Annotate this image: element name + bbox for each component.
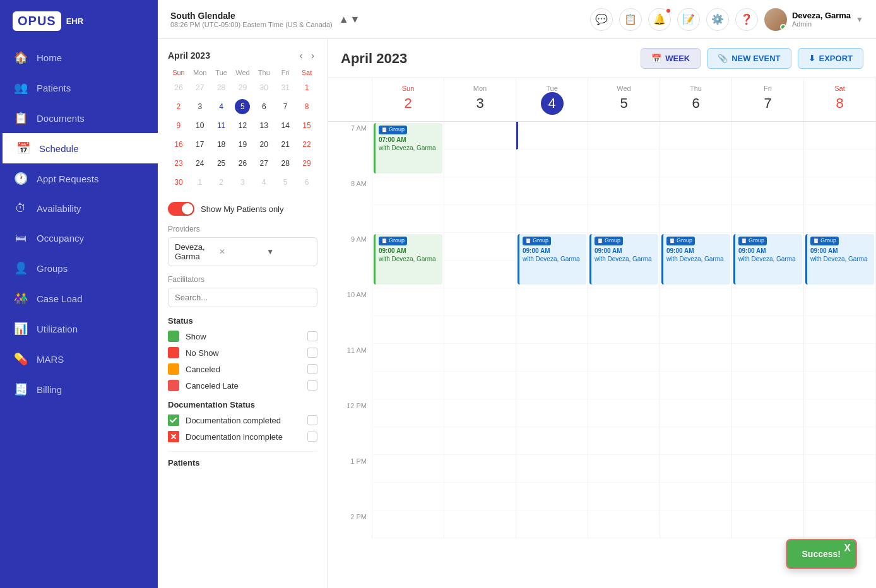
cal-cell[interactable] [444, 344, 516, 372]
mini-cal-day[interactable]: 25 [211, 154, 232, 173]
cal-cell[interactable] [516, 288, 588, 316]
sidebar-item-schedule[interactable]: 📅 Schedule [0, 133, 158, 163]
sidebar-item-case-load[interactable]: 👫 Case Load [0, 283, 158, 314]
mini-cal-prev[interactable]: ‹ [297, 49, 306, 62]
mini-cal-day[interactable]: 12 [232, 116, 254, 135]
doc-incomplete-checkbox[interactable] [307, 432, 317, 442]
cal-cell[interactable] [516, 177, 588, 205]
cal-cell[interactable] [804, 344, 876, 372]
cal-cell[interactable] [732, 427, 804, 455]
cal-cell[interactable] [372, 483, 444, 510]
mini-cal-day[interactable]: 26 [232, 154, 254, 173]
cal-cell[interactable] [444, 288, 516, 316]
cal-cell[interactable] [588, 316, 660, 344]
status-show-checkbox[interactable] [307, 331, 317, 341]
cal-cell[interactable] [804, 122, 876, 150]
mini-cal-day[interactable]: 2 [211, 173, 232, 192]
mini-cal-day[interactable]: 15 [296, 116, 317, 135]
cal-cell[interactable] [372, 372, 444, 399]
cal-cell[interactable] [516, 399, 588, 427]
cal-cell[interactable] [588, 205, 660, 233]
location-arrows[interactable]: ▲ ▼ [339, 14, 360, 25]
mini-cal-day[interactable]: 4 [211, 97, 232, 116]
cal-cell[interactable] [804, 261, 876, 288]
mini-cal-day[interactable]: 29 [232, 78, 254, 97]
settings-button[interactable]: ⚙️ [706, 8, 729, 31]
cal-cell[interactable] [588, 510, 660, 538]
cal-cell[interactable] [444, 261, 516, 288]
cal-cell[interactable] [372, 177, 444, 205]
user-menu[interactable]: Deveza, Garma Admin ▼ [764, 8, 863, 31]
chat-button[interactable]: 💬 [590, 8, 613, 31]
cal-cell[interactable] [732, 205, 804, 233]
sidebar-item-occupancy[interactable]: 🛏 Occupancy [0, 223, 158, 253]
cal-cell[interactable] [660, 177, 732, 205]
cal-cell[interactable] [732, 372, 804, 399]
cal-cell[interactable] [516, 261, 588, 288]
cal-cell[interactable] [660, 288, 732, 316]
cal-cell[interactable] [660, 510, 732, 538]
cal-cell[interactable] [372, 150, 444, 177]
cal-cell[interactable] [372, 288, 444, 316]
cal-cell[interactable] [732, 122, 804, 150]
mini-cal-day[interactable]: 3 [189, 97, 211, 116]
cal-cell[interactable] [732, 483, 804, 510]
cal-cell[interactable] [444, 316, 516, 344]
cal-cell[interactable] [516, 372, 588, 399]
cal-cell[interactable] [444, 372, 516, 399]
mini-cal-day[interactable]: 13 [253, 116, 275, 135]
facilitators-search-input[interactable] [168, 288, 317, 307]
mini-cal-next[interactable]: › [308, 49, 317, 62]
cal-cell[interactable] [660, 427, 732, 455]
cal-cell[interactable] [372, 261, 444, 288]
help-button[interactable]: ❓ [735, 8, 758, 31]
cal-cell[interactable] [588, 372, 660, 399]
mini-cal-day[interactable]: 10 [189, 116, 211, 135]
mini-cal-day[interactable]: 6 [253, 97, 275, 116]
mini-cal-day[interactable]: 5 [275, 173, 296, 192]
cal-cell[interactable] [516, 510, 588, 538]
mini-cal-day[interactable]: 30 [253, 78, 275, 97]
cal-cell[interactable] [804, 205, 876, 233]
mini-cal-day[interactable]: 3 [232, 173, 254, 192]
cal-cell[interactable] [732, 261, 804, 288]
clipboard-button[interactable]: 📋 [619, 8, 642, 31]
cal-cell[interactable] [516, 483, 588, 510]
mini-cal-day[interactable]: 26 [168, 78, 189, 97]
cal-cell[interactable] [372, 205, 444, 233]
cal-cell[interactable] [588, 288, 660, 316]
cal-cell[interactable] [372, 427, 444, 455]
cal-cell[interactable] [732, 150, 804, 177]
mini-cal-day[interactable]: 18 [211, 135, 232, 154]
cal-cell[interactable] [372, 344, 444, 372]
sidebar-item-documents[interactable]: 📋 Documents [0, 103, 158, 133]
cal-cell[interactable] [444, 177, 516, 205]
mini-cal-day[interactable]: 28 [275, 154, 296, 173]
cal-cell[interactable] [444, 427, 516, 455]
cal-cell[interactable] [588, 150, 660, 177]
cal-cell[interactable] [660, 399, 732, 427]
mini-cal-day[interactable]: 31 [275, 78, 296, 97]
cal-cell[interactable] [516, 427, 588, 455]
cal-cell[interactable] [732, 177, 804, 205]
cal-cell[interactable] [804, 316, 876, 344]
cal-cell[interactable] [444, 455, 516, 483]
cal-cell[interactable]: 📋 Group09:00 AMwith Deveza, Garma [804, 233, 876, 261]
cal-cell[interactable]: 📋 Group09:00 AMwith Deveza, Garma [372, 233, 444, 261]
cal-cell[interactable] [444, 122, 516, 150]
cal-cell[interactable] [588, 427, 660, 455]
cal-cell[interactable] [804, 177, 876, 205]
week-button[interactable]: 📅 WEEK [641, 48, 701, 69]
cal-cell[interactable] [660, 205, 732, 233]
export-button[interactable]: ⬇ EXPORT [798, 48, 863, 69]
cal-cell[interactable] [660, 455, 732, 483]
cal-cell[interactable] [588, 455, 660, 483]
mini-cal-day[interactable]: 4 [253, 173, 275, 192]
cal-cell[interactable] [516, 455, 588, 483]
mini-cal-day[interactable]: 20 [253, 135, 275, 154]
mini-cal-day[interactable]: 9 [168, 116, 189, 135]
show-my-patients-toggle[interactable] [168, 202, 194, 216]
sidebar-item-availability[interactable]: ⏱ Availability [0, 194, 158, 223]
mini-cal-day[interactable]: 7 [275, 97, 296, 116]
cal-cell[interactable] [660, 483, 732, 510]
